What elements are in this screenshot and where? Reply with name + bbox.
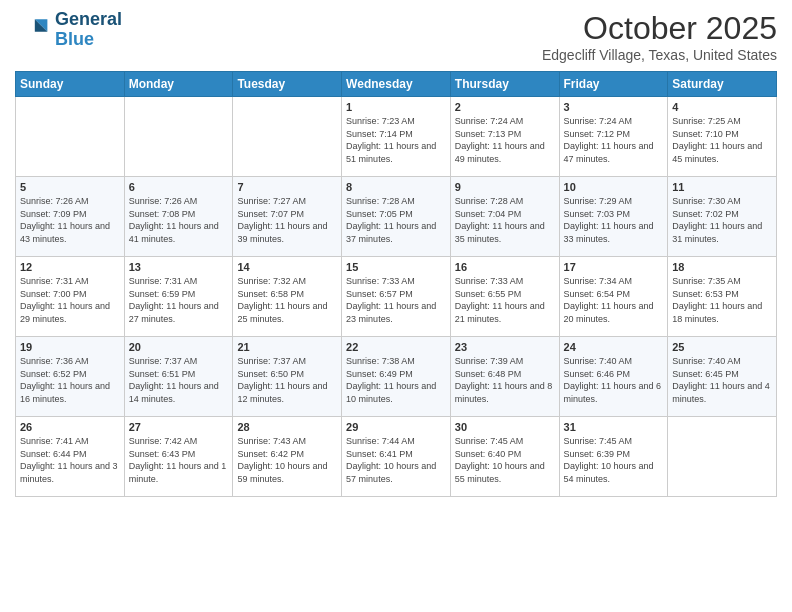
calendar-header-row: Sunday Monday Tuesday Wednesday Thursday… [16, 72, 777, 97]
table-row: 30 Sunrise: 7:45 AMSunset: 6:40 PMDaylig… [450, 417, 559, 497]
day-number: 8 [346, 181, 446, 193]
table-row: 9 Sunrise: 7:28 AMSunset: 7:04 PMDayligh… [450, 177, 559, 257]
day-number: 4 [672, 101, 772, 113]
day-info: Sunrise: 7:25 AMSunset: 7:10 PMDaylight:… [672, 115, 772, 165]
day-info: Sunrise: 7:43 AMSunset: 6:42 PMDaylight:… [237, 435, 337, 485]
day-number: 16 [455, 261, 555, 273]
logo-icon [15, 12, 51, 48]
day-number: 17 [564, 261, 664, 273]
day-info: Sunrise: 7:38 AMSunset: 6:49 PMDaylight:… [346, 355, 446, 405]
table-row: 11 Sunrise: 7:30 AMSunset: 7:02 PMDaylig… [668, 177, 777, 257]
day-number: 2 [455, 101, 555, 113]
day-info: Sunrise: 7:33 AMSunset: 6:55 PMDaylight:… [455, 275, 555, 325]
table-row: 25 Sunrise: 7:40 AMSunset: 6:45 PMDaylig… [668, 337, 777, 417]
day-info: Sunrise: 7:31 AMSunset: 7:00 PMDaylight:… [20, 275, 120, 325]
table-row: 4 Sunrise: 7:25 AMSunset: 7:10 PMDayligh… [668, 97, 777, 177]
col-wednesday: Wednesday [342, 72, 451, 97]
day-info: Sunrise: 7:44 AMSunset: 6:41 PMDaylight:… [346, 435, 446, 485]
day-number: 22 [346, 341, 446, 353]
calendar-week-row: 26 Sunrise: 7:41 AMSunset: 6:44 PMDaylig… [16, 417, 777, 497]
day-info: Sunrise: 7:36 AMSunset: 6:52 PMDaylight:… [20, 355, 120, 405]
day-number: 27 [129, 421, 229, 433]
col-friday: Friday [559, 72, 668, 97]
day-number: 25 [672, 341, 772, 353]
day-info: Sunrise: 7:28 AMSunset: 7:04 PMDaylight:… [455, 195, 555, 245]
col-saturday: Saturday [668, 72, 777, 97]
title-block: October 2025 Edgecliff Village, Texas, U… [542, 10, 777, 63]
table-row: 8 Sunrise: 7:28 AMSunset: 7:05 PMDayligh… [342, 177, 451, 257]
day-number: 12 [20, 261, 120, 273]
table-row: 7 Sunrise: 7:27 AMSunset: 7:07 PMDayligh… [233, 177, 342, 257]
table-row: 29 Sunrise: 7:44 AMSunset: 6:41 PMDaylig… [342, 417, 451, 497]
day-info: Sunrise: 7:45 AMSunset: 6:40 PMDaylight:… [455, 435, 555, 485]
table-row: 2 Sunrise: 7:24 AMSunset: 7:13 PMDayligh… [450, 97, 559, 177]
table-row: 12 Sunrise: 7:31 AMSunset: 7:00 PMDaylig… [16, 257, 125, 337]
day-number: 30 [455, 421, 555, 433]
page-subtitle: Edgecliff Village, Texas, United States [542, 47, 777, 63]
day-info: Sunrise: 7:31 AMSunset: 6:59 PMDaylight:… [129, 275, 229, 325]
table-row [668, 417, 777, 497]
day-number: 23 [455, 341, 555, 353]
table-row: 6 Sunrise: 7:26 AMSunset: 7:08 PMDayligh… [124, 177, 233, 257]
day-number: 29 [346, 421, 446, 433]
day-info: Sunrise: 7:32 AMSunset: 6:58 PMDaylight:… [237, 275, 337, 325]
table-row: 21 Sunrise: 7:37 AMSunset: 6:50 PMDaylig… [233, 337, 342, 417]
calendar-table: Sunday Monday Tuesday Wednesday Thursday… [15, 71, 777, 497]
table-row: 20 Sunrise: 7:37 AMSunset: 6:51 PMDaylig… [124, 337, 233, 417]
day-number: 21 [237, 341, 337, 353]
day-number: 20 [129, 341, 229, 353]
table-row: 3 Sunrise: 7:24 AMSunset: 7:12 PMDayligh… [559, 97, 668, 177]
day-number: 11 [672, 181, 772, 193]
day-info: Sunrise: 7:24 AMSunset: 7:13 PMDaylight:… [455, 115, 555, 165]
day-number: 3 [564, 101, 664, 113]
page: General Blue October 2025 Edgecliff Vill… [0, 0, 792, 612]
table-row: 10 Sunrise: 7:29 AMSunset: 7:03 PMDaylig… [559, 177, 668, 257]
col-thursday: Thursday [450, 72, 559, 97]
day-info: Sunrise: 7:41 AMSunset: 6:44 PMDaylight:… [20, 435, 120, 485]
table-row: 17 Sunrise: 7:34 AMSunset: 6:54 PMDaylig… [559, 257, 668, 337]
page-title: October 2025 [542, 10, 777, 47]
calendar-week-row: 1 Sunrise: 7:23 AMSunset: 7:14 PMDayligh… [16, 97, 777, 177]
table-row: 13 Sunrise: 7:31 AMSunset: 6:59 PMDaylig… [124, 257, 233, 337]
calendar-week-row: 5 Sunrise: 7:26 AMSunset: 7:09 PMDayligh… [16, 177, 777, 257]
day-number: 7 [237, 181, 337, 193]
logo-text: General Blue [55, 10, 122, 50]
table-row: 19 Sunrise: 7:36 AMSunset: 6:52 PMDaylig… [16, 337, 125, 417]
day-info: Sunrise: 7:37 AMSunset: 6:50 PMDaylight:… [237, 355, 337, 405]
day-info: Sunrise: 7:39 AMSunset: 6:48 PMDaylight:… [455, 355, 555, 405]
day-info: Sunrise: 7:40 AMSunset: 6:46 PMDaylight:… [564, 355, 664, 405]
day-info: Sunrise: 7:28 AMSunset: 7:05 PMDaylight:… [346, 195, 446, 245]
day-number: 9 [455, 181, 555, 193]
day-info: Sunrise: 7:35 AMSunset: 6:53 PMDaylight:… [672, 275, 772, 325]
header: General Blue October 2025 Edgecliff Vill… [15, 10, 777, 63]
day-number: 13 [129, 261, 229, 273]
table-row: 26 Sunrise: 7:41 AMSunset: 6:44 PMDaylig… [16, 417, 125, 497]
day-number: 6 [129, 181, 229, 193]
day-info: Sunrise: 7:27 AMSunset: 7:07 PMDaylight:… [237, 195, 337, 245]
calendar-week-row: 19 Sunrise: 7:36 AMSunset: 6:52 PMDaylig… [16, 337, 777, 417]
day-number: 10 [564, 181, 664, 193]
table-row [124, 97, 233, 177]
day-number: 5 [20, 181, 120, 193]
day-number: 24 [564, 341, 664, 353]
day-info: Sunrise: 7:42 AMSunset: 6:43 PMDaylight:… [129, 435, 229, 485]
table-row: 31 Sunrise: 7:45 AMSunset: 6:39 PMDaylig… [559, 417, 668, 497]
day-number: 28 [237, 421, 337, 433]
calendar-week-row: 12 Sunrise: 7:31 AMSunset: 7:00 PMDaylig… [16, 257, 777, 337]
day-number: 26 [20, 421, 120, 433]
table-row: 16 Sunrise: 7:33 AMSunset: 6:55 PMDaylig… [450, 257, 559, 337]
day-info: Sunrise: 7:26 AMSunset: 7:09 PMDaylight:… [20, 195, 120, 245]
day-number: 1 [346, 101, 446, 113]
day-info: Sunrise: 7:45 AMSunset: 6:39 PMDaylight:… [564, 435, 664, 485]
day-info: Sunrise: 7:26 AMSunset: 7:08 PMDaylight:… [129, 195, 229, 245]
day-info: Sunrise: 7:34 AMSunset: 6:54 PMDaylight:… [564, 275, 664, 325]
logo: General Blue [15, 10, 122, 50]
day-info: Sunrise: 7:23 AMSunset: 7:14 PMDaylight:… [346, 115, 446, 165]
day-info: Sunrise: 7:40 AMSunset: 6:45 PMDaylight:… [672, 355, 772, 405]
table-row: 18 Sunrise: 7:35 AMSunset: 6:53 PMDaylig… [668, 257, 777, 337]
day-info: Sunrise: 7:24 AMSunset: 7:12 PMDaylight:… [564, 115, 664, 165]
day-info: Sunrise: 7:30 AMSunset: 7:02 PMDaylight:… [672, 195, 772, 245]
table-row [233, 97, 342, 177]
table-row: 5 Sunrise: 7:26 AMSunset: 7:09 PMDayligh… [16, 177, 125, 257]
table-row [16, 97, 125, 177]
